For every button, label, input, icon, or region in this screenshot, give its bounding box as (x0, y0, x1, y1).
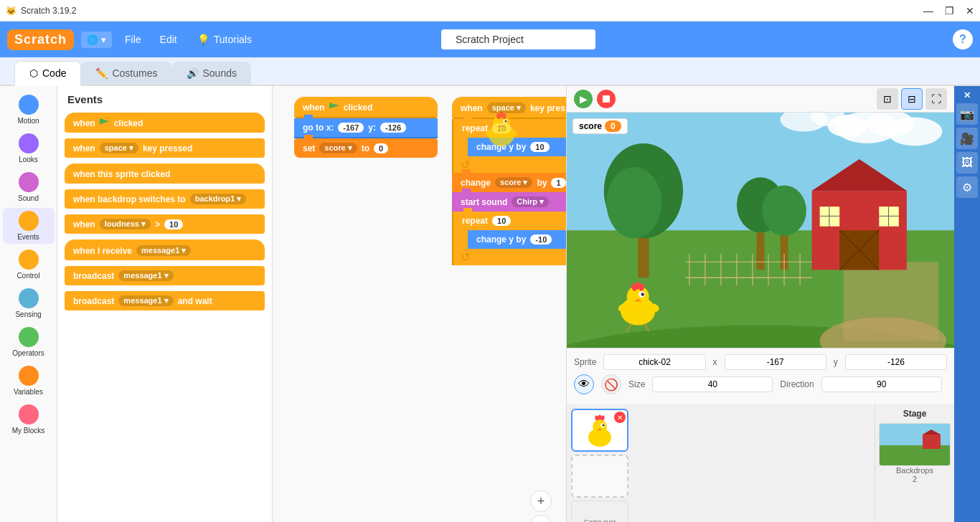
change-y-block-2[interactable]: change y by -10 (468, 230, 567, 249)
y-input[interactable] (845, 354, 947, 370)
stage-controls: ▶ ⊡ ⊟ ⛶ (567, 86, 954, 113)
close-button[interactable]: ✕ (966, 5, 974, 16)
tutorials-button[interactable]: 💡 Tutorials (190, 31, 259, 48)
help-button[interactable]: ? (953, 29, 973, 49)
sprite-info-panel: Sprite x y 👁 🚫 Size Direction (567, 348, 954, 404)
sprite-thumb-chick[interactable]: ✕ (571, 409, 628, 452)
edit-menu[interactable]: Edit (154, 31, 183, 48)
x-input[interactable] (725, 354, 826, 370)
message1-dropdown1[interactable]: message1 ▾ (136, 245, 191, 256)
svg-point-14 (887, 117, 942, 146)
receive-text: when I receive (73, 246, 132, 256)
block-when-loudness[interactable]: when loudness ▾ > 10 (65, 214, 265, 234)
change-y-value2[interactable]: -10 (530, 234, 552, 245)
message1-dropdown2[interactable]: message1 ▾ (118, 270, 173, 281)
backdrop-label: Backdrops (896, 466, 933, 475)
stage-thumb[interactable] (879, 423, 951, 466)
show-button[interactable]: 👁 (574, 374, 594, 394)
category-control[interactable]: Control (3, 247, 55, 283)
sprite-thumb-gameover[interactable]: Game over (571, 500, 628, 522)
score-by-value[interactable]: 1 (551, 178, 565, 188)
image-icon-btn[interactable]: 🖼 (956, 152, 978, 174)
settings-icon-btn[interactable]: ⚙ (956, 176, 978, 198)
stage-background (567, 113, 954, 348)
score-to-value[interactable]: 0 (374, 143, 388, 153)
repeat-block-2[interactable]: repeat 10 change y by -10 ↺ (452, 212, 567, 265)
y-value[interactable]: -126 (380, 123, 406, 133)
loop-arrow2: ↺ (453, 249, 567, 265)
category-motion[interactable]: Motion (3, 92, 55, 128)
block-broadcast[interactable]: broadcast message1 ▾ (65, 266, 265, 285)
sound-dot (19, 172, 39, 192)
change-y-value1[interactable]: 10 (530, 142, 549, 152)
block-when-sprite-clicked[interactable]: when this sprite clicked (65, 163, 265, 184)
backdrop-dropdown[interactable]: backdrop1 ▾ (190, 194, 247, 204)
set-score-block[interactable]: set score ▾ to 0 (294, 138, 438, 158)
loudness-dropdown[interactable]: loudness ▾ (100, 219, 151, 229)
category-sound[interactable]: Sound (3, 169, 55, 205)
block-when-flag[interactable]: when clicked (65, 113, 265, 133)
script-area[interactable]: when clicked go to x: -167 y: -126 set s… (273, 86, 567, 522)
variables-label: Variables (14, 388, 43, 396)
to-text: to (362, 143, 369, 153)
category-sensing[interactable]: Sensing (3, 285, 55, 321)
sprite-delete-button[interactable]: ✕ (614, 412, 626, 423)
main-layout: Motion Looks Sound Events Control Sensin… (0, 86, 980, 522)
loudness-value[interactable]: 10 (164, 219, 183, 229)
control-label: Control (17, 272, 39, 280)
zoom-out-button[interactable]: − (530, 515, 552, 522)
gameover-label: Game over (583, 517, 618, 522)
video-icon-btn[interactable]: 🎥 (956, 128, 978, 149)
camera-icon-btn[interactable]: 📷 (956, 103, 978, 125)
goto-block[interactable]: go to x: -167 y: -126 (294, 118, 438, 138)
fullscreen-button[interactable]: ⛶ (925, 88, 947, 110)
menu-bar: Scratch 🌐 ▾ File Edit 💡 Tutorials ? (0, 22, 980, 57)
direction-input[interactable] (821, 376, 942, 392)
score-label: score (579, 121, 602, 131)
file-menu[interactable]: File (119, 31, 147, 48)
sprites-column: ✕ Game over (567, 404, 875, 522)
chirp-dropdown[interactable]: Chirp ▾ (512, 196, 549, 207)
zoom-in-button[interactable]: + (530, 490, 552, 512)
category-events[interactable]: Events (3, 208, 55, 244)
minimize-button[interactable]: — (923, 5, 933, 16)
category-variables[interactable]: Variables (3, 363, 55, 399)
green-flag-button[interactable]: ▶ (574, 90, 593, 108)
hide-button[interactable]: 🚫 (601, 374, 621, 394)
score-dropdown1[interactable]: score ▾ (319, 143, 357, 153)
restore-button[interactable]: ❐ (945, 5, 954, 16)
project-title-input[interactable] (441, 29, 595, 49)
flag-icon (100, 118, 110, 128)
sprite-thumb-empty[interactable] (571, 455, 628, 498)
tab-costumes[interactable]: ✏️ Costumes (81, 62, 171, 85)
score-dropdown2[interactable]: score ▾ (495, 177, 532, 188)
tab-code[interactable]: ⬡ Code (14, 61, 81, 86)
script-group-flag[interactable]: when clicked go to x: -167 y: -126 set s… (294, 97, 438, 158)
repeat-value2[interactable]: 10 (492, 216, 511, 226)
sidebar-expand-btn[interactable]: ✕ (963, 90, 971, 100)
tab-sounds[interactable]: 🔊 Sounds (172, 62, 251, 85)
language-selector[interactable]: 🌐 ▾ (81, 32, 112, 48)
category-myblocks[interactable]: My Blocks (3, 402, 55, 437)
start-sound-text: start sound (461, 197, 507, 207)
block-when-receive[interactable]: when I receive message1 ▾ (65, 239, 265, 260)
block-when-backdrop[interactable]: when backdrop switches to backdrop1 ▾ (65, 189, 265, 209)
stop-button[interactable] (597, 90, 616, 108)
category-looks[interactable]: Looks (3, 130, 55, 166)
y-label: y: (368, 123, 376, 133)
x-value[interactable]: -167 (338, 123, 364, 133)
small-view-button[interactable]: ⊟ (901, 88, 923, 110)
space-dropdown[interactable]: space ▾ (100, 143, 138, 153)
repeat-text2: repeat (462, 216, 488, 226)
block-broadcast-wait[interactable]: broadcast message1 ▾ and wait (65, 291, 265, 310)
broadcast-text: broadcast (73, 271, 114, 281)
normal-view-button[interactable]: ⊡ (877, 88, 898, 110)
sprite-name-input[interactable] (603, 354, 705, 370)
message1-dropdown3[interactable]: message1 ▾ (118, 295, 173, 306)
chick-sprite-preview (480, 108, 523, 151)
block-when-space[interactable]: when space ▾ key pressed (65, 138, 265, 158)
svg-point-64 (603, 424, 605, 427)
scratch-logo: Scratch (7, 29, 74, 50)
category-operators[interactable]: Operators (3, 324, 55, 360)
size-input[interactable] (652, 376, 773, 392)
